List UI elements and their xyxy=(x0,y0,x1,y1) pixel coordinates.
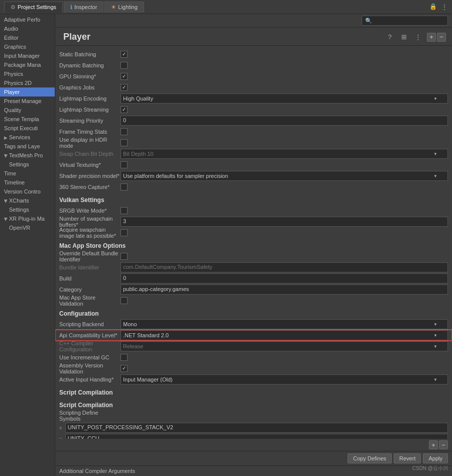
defines-add-btn[interactable]: + xyxy=(429,440,438,449)
scene-template-label: Scene Templa xyxy=(4,116,39,122)
sidebar-item-timeline[interactable]: Timeline xyxy=(0,178,55,187)
sidebar-item-xr-plug-in[interactable]: ▶XR Plug-in Ma xyxy=(0,214,55,223)
tab-project-settings[interactable]: ⚙Project Settings xyxy=(4,2,63,13)
sidebar-item-input-manager[interactable]: Input Manager xyxy=(0,51,55,60)
sidebar-item-preset-manage[interactable]: Preset Manage xyxy=(0,97,55,106)
virtual-texturing-checkbox[interactable] xyxy=(121,161,128,168)
help-icon[interactable]: ? xyxy=(385,32,395,42)
overflow-icon[interactable]: ⋮ xyxy=(413,32,423,42)
static-batching-checkbox[interactable] xyxy=(121,51,128,58)
add-button[interactable]: + xyxy=(427,33,436,42)
gpu-skinning-label: GPU Skinning* xyxy=(59,73,120,79)
setting-row-scripting-define: Scripting Define Symbols xyxy=(55,410,452,421)
lightmap-streaming-value xyxy=(121,106,448,113)
graphics-jobs-checkbox[interactable] xyxy=(121,84,128,91)
sidebar-item-xcharts-settings[interactable]: Settings xyxy=(0,205,55,214)
sidebar-item-script-exec[interactable]: Script Executi xyxy=(0,124,55,133)
swap-chain-bit-dropdown[interactable]: Bit Depth 10 xyxy=(121,149,448,159)
scripting-backend-value[interactable]: Mono xyxy=(121,319,448,329)
define-input-0[interactable]: UNITY_POST_PROCESSING_STACK_V2 xyxy=(65,423,448,433)
num-swapchain-value[interactable]: 3 xyxy=(121,217,448,227)
swap-chain-bit-value[interactable]: Bit Depth 10 xyxy=(121,149,448,159)
sidebar-item-xcharts[interactable]: ▶XCharts xyxy=(0,196,55,205)
category-value[interactable]: public.app-category.games xyxy=(121,284,448,295)
sidebar-item-player[interactable]: Player xyxy=(0,87,55,97)
sidebar-item-textmesh-pro[interactable]: ▶TextMesh Pro xyxy=(0,151,55,160)
streaming-priority-value[interactable]: 0 xyxy=(121,116,448,126)
api-compat-dropdown[interactable]: .NET Standard 2.0 xyxy=(121,330,448,340)
sidebar-item-physics[interactable]: Physics xyxy=(0,69,55,78)
gpu-skinning-value xyxy=(121,73,448,80)
assembly-validation-checkbox[interactable] xyxy=(121,365,128,372)
build-input[interactable]: 0 xyxy=(121,273,448,283)
sidebar-item-graphics[interactable]: Graphics xyxy=(0,42,55,51)
sidebar-item-quality[interactable]: Quality xyxy=(0,106,55,115)
incremental-gc-checkbox[interactable] xyxy=(121,354,128,361)
mac-validation-checkbox[interactable] xyxy=(121,297,128,304)
remove-button[interactable]: − xyxy=(437,33,446,42)
define-handle-0[interactable]: ≡ xyxy=(59,425,62,431)
cpp-compiler-value[interactable]: Release xyxy=(121,341,448,351)
sidebar-item-time[interactable]: Time xyxy=(0,169,55,178)
active-input-label: Active Input Handling* xyxy=(59,376,120,383)
lightmap-streaming-checkbox[interactable] xyxy=(121,106,128,113)
setting-row-static-batching: Static Batching xyxy=(55,49,452,60)
sidebar-item-tags-layers[interactable]: Tags and Laye xyxy=(0,142,55,151)
override-bundle-checkbox[interactable] xyxy=(121,253,128,260)
define-input-1[interactable]: UNITY_CCU xyxy=(65,434,448,439)
build-value[interactable]: 0 xyxy=(121,273,448,283)
tab-inspector[interactable]: ℹInspector xyxy=(64,2,103,13)
category-input[interactable]: public.app-category.games xyxy=(121,284,448,295)
sidebar-item-scene-template[interactable]: Scene Templa xyxy=(0,115,55,124)
dynamic-batching-checkbox[interactable] xyxy=(121,62,128,69)
cpp-compiler-dropdown[interactable]: Release xyxy=(121,341,448,351)
shader-precision-value[interactable]: Use platform defaults for sampler precis… xyxy=(121,171,448,181)
api-compat-value[interactable]: .NET Standard 2.0 xyxy=(121,330,448,340)
incremental-gc-label: Use Incremental GC xyxy=(59,354,120,360)
scripting-backend-dropdown[interactable]: Mono xyxy=(121,319,448,329)
lightmap-encoding-dropdown[interactable]: High Quality xyxy=(121,93,448,104)
srgb-write-mode-checkbox[interactable] xyxy=(121,207,128,214)
sidebar-item-version-control[interactable]: Version Contro xyxy=(0,187,55,196)
setting-row-lightmap-streaming: Lightmap Streaming xyxy=(55,104,452,115)
bundle-identifier-input[interactable]: com.DefaultCompany.TourismSafety xyxy=(121,262,448,272)
sidebar-item-audio[interactable]: Audio xyxy=(0,24,55,33)
shader-precision-dropdown[interactable]: Use platform defaults for sampler precis… xyxy=(121,171,448,181)
setting-row-active-input: Active Input Handling*Input Manager (Old… xyxy=(55,374,452,385)
search-bar[interactable]: 🔍 xyxy=(362,16,448,26)
search-input[interactable] xyxy=(374,18,444,24)
sidebar-item-openvr[interactable]: OpenVR xyxy=(0,223,55,232)
revert-button[interactable]: Revert xyxy=(394,453,421,463)
sidebar-item-settings-child[interactable]: Settings xyxy=(0,160,55,169)
setting-row-lightmap-encoding: Lightmap EncodingHigh Quality xyxy=(55,93,452,104)
sidebar-item-physics2d[interactable]: Physics 2D xyxy=(0,78,55,87)
setting-row-api-compat: Api Compatibility Level*.NET Standard 2.… xyxy=(55,330,452,341)
active-input-value[interactable]: Input Manager (Old) xyxy=(121,374,448,385)
setting-row-cpp-compiler: C++ Compiler ConfigurationRelease xyxy=(55,341,452,352)
lightmap-encoding-value[interactable]: High Quality xyxy=(121,93,448,104)
menu-icon[interactable]: ⋮ xyxy=(441,3,448,11)
bundle-identifier-value[interactable]: com.DefaultCompany.TourismSafety xyxy=(121,262,448,272)
lock-icon[interactable]: 🔒 xyxy=(429,3,437,11)
streaming-priority-input[interactable]: 0 xyxy=(121,116,448,126)
sidebar-item-editor[interactable]: Editor xyxy=(0,33,55,42)
acquire-late-checkbox[interactable] xyxy=(121,229,128,236)
defines-remove-btn[interactable]: − xyxy=(439,440,448,449)
apply-button[interactable]: Apply xyxy=(423,453,448,463)
tab-lighting[interactable]: ☀Lighting xyxy=(104,2,144,13)
num-swapchain-input[interactable]: 3 xyxy=(121,217,448,227)
scripting-backend-label: Scripting Backend xyxy=(59,321,120,327)
virtual-texturing-label: Virtual Texturing* xyxy=(59,162,120,168)
active-input-dropdown[interactable]: Input Manager (Old) xyxy=(121,374,448,385)
main-layout: Adaptive PerfoAudioEditorGraphicsInput M… xyxy=(0,14,452,476)
sidebar-item-services[interactable]: ▶Services xyxy=(0,133,55,142)
gpu-skinning-checkbox[interactable] xyxy=(121,73,128,80)
sidebar-item-package-manager[interactable]: Package Mana xyxy=(0,60,55,69)
layout-icon[interactable]: ⊞ xyxy=(399,32,409,42)
sidebar-item-adaptive-perf[interactable]: Adaptive Perfo xyxy=(0,15,55,24)
frame-timing-checkbox[interactable] xyxy=(121,128,128,135)
use-display-hdr-checkbox[interactable] xyxy=(121,139,128,146)
stereo-capture-checkbox[interactable] xyxy=(121,183,128,191)
audio-label: Audio xyxy=(4,26,18,32)
copy-defines-button[interactable]: Copy Defines xyxy=(348,453,392,463)
